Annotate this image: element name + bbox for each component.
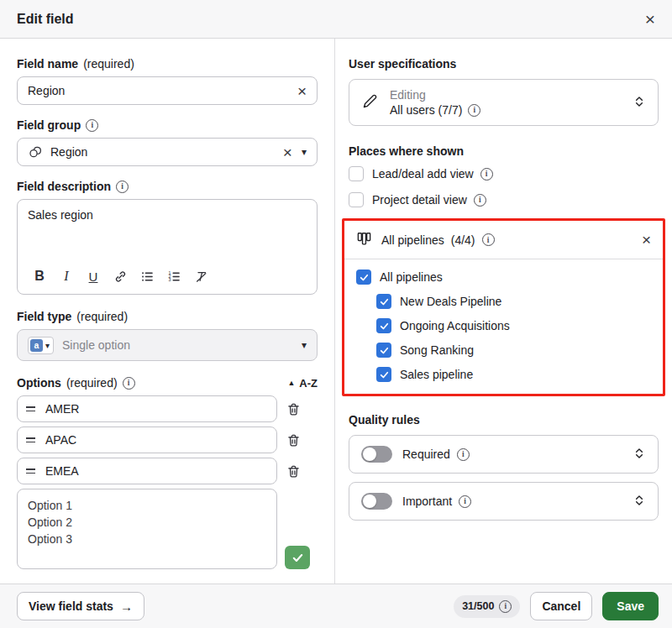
checkbox-label: Lead/deal add view — [372, 167, 474, 181]
editing-mode-label: Editing — [390, 88, 622, 102]
checkbox-all-pipelines[interactable]: All pipelines — [356, 270, 651, 285]
info-icon[interactable] — [123, 377, 135, 390]
field-type-select[interactable]: a ▾ Single option ▾ — [17, 329, 318, 361]
char-count-badge: 31/500 — [454, 595, 520, 618]
clear-formatting-icon[interactable] — [189, 265, 213, 287]
underline-icon[interactable]: U — [81, 265, 105, 287]
view-field-stats-label: View field stats — [29, 599, 113, 613]
info-icon[interactable] — [480, 168, 493, 181]
checkbox-pipeline[interactable]: Ongoing Acquisitions — [376, 318, 651, 333]
required-rule-card[interactable]: Required — [349, 435, 659, 474]
trash-icon[interactable] — [286, 433, 301, 447]
option-input[interactable]: APAC — [17, 427, 277, 453]
unfold-more-icon[interactable] — [633, 494, 646, 510]
bullet-list-icon[interactable] — [135, 265, 159, 287]
view-field-stats-button[interactable]: View field stats → — [17, 592, 144, 620]
field-type-chip: a ▾ — [28, 337, 54, 354]
bulk-option-line: Option 1 — [28, 497, 266, 514]
checkbox-pipeline[interactable]: Song Ranking — [376, 343, 651, 358]
chevron-down-icon: ▾ — [302, 339, 307, 351]
field-type-label: Field type (required) — [17, 310, 318, 323]
checkbox-pipeline[interactable]: Sales pipeline — [376, 367, 651, 382]
info-icon[interactable] — [499, 600, 512, 613]
drag-handle-icon[interactable] — [26, 468, 35, 474]
numbered-list-icon[interactable]: 1 2 3 — [162, 265, 186, 287]
checkbox-unchecked-icon[interactable] — [349, 166, 364, 181]
important-rule-card[interactable]: Important — [349, 482, 659, 521]
field-type-label-text: Field type — [17, 310, 71, 323]
unfold-more-icon[interactable] — [633, 447, 646, 463]
options-label-text: Options — [17, 376, 61, 390]
rule-label: Important — [402, 495, 452, 508]
field-description-editor[interactable]: Sales region B I U — [17, 199, 318, 295]
field-description-label-text: Field description — [17, 180, 111, 193]
option-input[interactable]: AMER — [17, 395, 277, 422]
info-icon[interactable] — [86, 119, 98, 132]
field-description-label: Field description — [17, 180, 318, 193]
trash-icon[interactable] — [286, 464, 301, 479]
cancel-button[interactable]: Cancel — [530, 592, 592, 620]
pipelines-checkbox-list: All pipelines New Deals Pipeline Ongoing… — [344, 259, 663, 394]
bulk-options-textarea[interactable]: Option 1 Option 2 Option 3 — [17, 489, 277, 569]
editing-permissions-card[interactable]: Editing All users (7/7) — [349, 79, 659, 126]
rule-label: Required — [402, 447, 450, 461]
clear-icon[interactable]: × — [297, 83, 307, 99]
pipelines-panel-title: All pipelines — [381, 233, 444, 247]
required-suffix: (required) — [66, 376, 118, 390]
checkbox-pipeline[interactable]: New Deals Pipeline — [376, 294, 651, 309]
checkbox-checked-icon[interactable] — [376, 318, 391, 333]
checkbox-unchecked-icon[interactable] — [349, 192, 364, 207]
unfold-more-icon[interactable] — [633, 95, 646, 111]
required-suffix: (required) — [76, 310, 128, 323]
chevron-down-icon[interactable]: ▾ — [302, 146, 307, 158]
save-button[interactable]: Save — [602, 592, 659, 620]
checkbox-checked-icon[interactable] — [376, 367, 391, 382]
drag-handle-icon[interactable] — [26, 406, 35, 412]
info-icon[interactable] — [459, 495, 471, 508]
field-group-select[interactable]: Region × ▾ — [17, 138, 318, 166]
close-icon[interactable]: × — [645, 10, 655, 28]
option-value: EMEA — [45, 464, 79, 478]
italic-icon[interactable]: I — [55, 265, 78, 287]
field-name-label: Field name (required) — [17, 57, 318, 71]
confirm-options-button[interactable] — [285, 546, 310, 569]
checkbox-checked-icon[interactable] — [356, 270, 371, 285]
sort-label: A-Z — [299, 377, 318, 390]
editing-permissions-text: Editing All users (7/7) — [390, 88, 622, 117]
checkbox-checked-icon[interactable] — [376, 343, 391, 358]
checkbox-checked-icon[interactable] — [376, 294, 391, 309]
bold-icon[interactable]: B — [28, 265, 51, 287]
required-toggle[interactable] — [361, 446, 392, 463]
info-icon[interactable] — [468, 104, 480, 117]
important-toggle[interactable] — [361, 493, 392, 510]
info-icon[interactable] — [474, 194, 486, 207]
editing-audience-value: All users (7/7) — [390, 103, 462, 117]
option-row: APAC — [17, 427, 318, 453]
sort-az-button[interactable]: ▲ A-Z — [287, 377, 318, 390]
field-name-value: Region — [28, 84, 297, 97]
trash-icon[interactable] — [286, 402, 301, 416]
checkbox-project-detail-view[interactable]: Project detail view — [349, 192, 659, 207]
modal-header: Edit field × — [0, 0, 672, 39]
link-icon[interactable] — [108, 265, 132, 287]
field-type-value: Single option — [62, 338, 302, 352]
edit-field-modal: Edit field × Field name (required) Regio… — [0, 0, 672, 628]
info-icon[interactable] — [457, 448, 470, 461]
info-icon[interactable] — [116, 181, 129, 193]
checkbox-label: Sales pipeline — [400, 368, 473, 381]
close-icon[interactable]: × — [642, 231, 651, 249]
pipeline-icon — [356, 231, 372, 249]
option-value: AMER — [45, 402, 79, 416]
info-icon[interactable] — [482, 233, 495, 246]
bulk-option-line: Option 3 — [28, 531, 266, 547]
field-name-input[interactable]: Region × — [17, 76, 318, 105]
option-value: APAC — [45, 433, 76, 447]
checkbox-lead-deal-add-view[interactable]: Lead/deal add view — [349, 166, 659, 181]
bulk-add-row: Option 1 Option 2 Option 3 — [17, 489, 318, 569]
drag-handle-icon[interactable] — [26, 437, 35, 443]
clear-icon[interactable]: × — [283, 144, 292, 160]
footer-actions: 31/500 Cancel Save — [454, 592, 659, 620]
option-input[interactable]: EMEA — [17, 458, 277, 484]
checkbox-label: Song Ranking — [400, 343, 474, 357]
modal-body: Field name (required) Region × Field gro… — [0, 39, 672, 584]
